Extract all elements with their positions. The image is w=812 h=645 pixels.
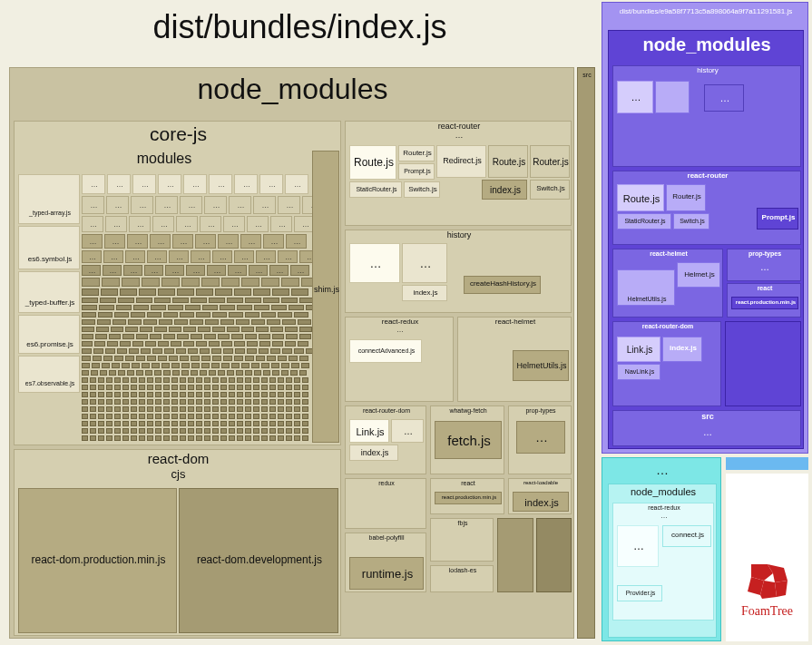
module-tiny[interactable] <box>177 334 189 339</box>
module-tiny[interactable] <box>261 377 268 383</box>
module-tiny[interactable] <box>158 288 175 296</box>
module-tiny[interactable]: … <box>144 265 163 276</box>
module-tiny[interactable] <box>253 399 259 405</box>
module-tiny[interactable] <box>82 298 98 303</box>
history-big1[interactable]: … <box>349 243 400 283</box>
module-tiny[interactable] <box>220 428 227 434</box>
bundle-hash[interactable]: dist/bundles/e9a58f7713c5a898064a9f7a112… <box>602 2 808 454</box>
module-tiny[interactable] <box>286 435 292 441</box>
module-tiny[interactable] <box>278 414 284 419</box>
module-tiny[interactable] <box>82 370 89 376</box>
module-tiny[interactable] <box>180 421 186 426</box>
module-tiny[interactable] <box>278 312 292 318</box>
module-tiny[interactable] <box>272 334 284 339</box>
module-tiny[interactable] <box>229 406 235 412</box>
module-tiny[interactable] <box>282 319 296 325</box>
module-tiny[interactable] <box>120 288 137 296</box>
module-tiny[interactable] <box>269 414 276 419</box>
module-tiny[interactable] <box>209 298 225 303</box>
index-sm[interactable]: index.js <box>482 180 527 200</box>
module-tiny[interactable] <box>136 370 143 376</box>
module-tiny[interactable] <box>290 370 298 376</box>
module-tiny[interactable]: … <box>195 234 216 249</box>
route-js[interactable]: Route.js <box>349 145 396 180</box>
module-tiny[interactable]: … <box>127 234 148 249</box>
module-tiny[interactable] <box>196 421 202 426</box>
module-tiny[interactable]: … <box>256 250 276 263</box>
module-tiny[interactable]: … <box>105 216 127 232</box>
module-tiny[interactable] <box>155 399 161 405</box>
module-tiny[interactable] <box>155 435 161 441</box>
module-tiny[interactable] <box>261 406 268 412</box>
src-column[interactable]: src <box>577 67 595 639</box>
module-file[interactable]: _typed-array.js <box>18 174 80 224</box>
module-file[interactable]: es7.observable.js <box>18 356 80 393</box>
module-tiny[interactable] <box>241 363 249 368</box>
module-tiny[interactable] <box>183 341 194 347</box>
module-tiny[interactable] <box>201 363 210 368</box>
b3-rr[interactable]: react-redux … … connect.js Provider.js <box>612 503 714 621</box>
module-tiny[interactable] <box>211 348 221 354</box>
module-tiny[interactable] <box>106 414 113 419</box>
module-tiny[interactable] <box>82 414 88 419</box>
module-tiny[interactable] <box>245 392 251 397</box>
module-tiny[interactable]: … <box>125 250 145 263</box>
module-tiny[interactable] <box>118 370 125 376</box>
module-tiny[interactable]: … <box>158 174 181 194</box>
module-tiny[interactable] <box>117 348 127 354</box>
module-tiny[interactable] <box>122 406 129 412</box>
module-tiny[interactable] <box>221 363 230 368</box>
module-tiny[interactable] <box>181 278 200 287</box>
module-tiny[interactable] <box>122 399 129 405</box>
react-helmet[interactable]: react-helmet HelmetUtils.js <box>457 317 572 402</box>
react[interactable]: react react.production.min.js <box>430 478 504 514</box>
module-tiny[interactable] <box>221 341 232 347</box>
b2-route[interactable]: Route.js <box>617 184 664 211</box>
react-dom-dev[interactable]: react-dom.development.js <box>179 488 338 633</box>
module-tiny[interactable] <box>131 421 137 426</box>
react-router-dom[interactable]: react-router-dom Link.js … index.js <box>345 406 426 474</box>
module-tiny[interactable] <box>171 414 178 419</box>
module-tiny[interactable] <box>142 278 160 287</box>
b2-react-router[interactable]: react-router Route.js Router.js StaticRo… <box>612 171 801 245</box>
module-tiny[interactable] <box>196 385 202 390</box>
module-tiny[interactable] <box>261 428 268 434</box>
core-js[interactable]: core-js modules _typed-array.js es6.symb… <box>14 121 341 445</box>
helmet-utils[interactable]: HelmetUtils.js <box>513 350 569 381</box>
shim-js[interactable]: shim.js <box>312 151 339 443</box>
module-tiny[interactable] <box>122 385 129 390</box>
b2-history[interactable]: history … … <box>612 65 801 167</box>
module-tiny[interactable] <box>82 319 95 325</box>
module-tiny[interactable]: … <box>263 234 284 249</box>
module-tiny[interactable] <box>122 414 129 419</box>
module-tiny[interactable] <box>263 370 270 376</box>
module-tiny[interactable] <box>212 327 225 332</box>
module-tiny[interactable] <box>82 327 94 332</box>
module-tiny[interactable] <box>180 428 186 434</box>
module-tiny[interactable] <box>253 288 270 296</box>
module-tiny[interactable] <box>147 377 153 383</box>
module-tiny[interactable] <box>122 421 129 426</box>
module-tiny[interactable] <box>269 406 276 412</box>
module-tiny[interactable]: … <box>223 216 245 232</box>
module-tiny[interactable] <box>151 305 166 310</box>
module-tiny[interactable] <box>98 385 104 390</box>
module-tiny[interactable] <box>103 356 113 361</box>
module-tiny[interactable] <box>109 370 116 376</box>
module-tiny[interactable] <box>188 348 198 354</box>
module-tiny[interactable]: … <box>155 196 178 214</box>
prompt[interactable]: Prompt.js <box>398 163 435 180</box>
module-tiny[interactable]: … <box>207 265 226 276</box>
module-tiny[interactable] <box>154 370 161 376</box>
module-tiny[interactable]: … <box>107 174 131 194</box>
module-tiny[interactable] <box>218 334 230 339</box>
module-tiny[interactable] <box>163 370 171 376</box>
module-tiny[interactable] <box>188 435 194 441</box>
module-file[interactable]: es6.symbol.js <box>18 226 80 269</box>
module-tiny[interactable] <box>298 319 311 325</box>
module-tiny[interactable]: … <box>129 216 151 232</box>
module-tiny[interactable] <box>253 406 259 412</box>
module-tiny[interactable]: … <box>82 265 101 276</box>
module-tiny[interactable] <box>180 399 186 405</box>
module-tiny[interactable] <box>241 278 259 287</box>
